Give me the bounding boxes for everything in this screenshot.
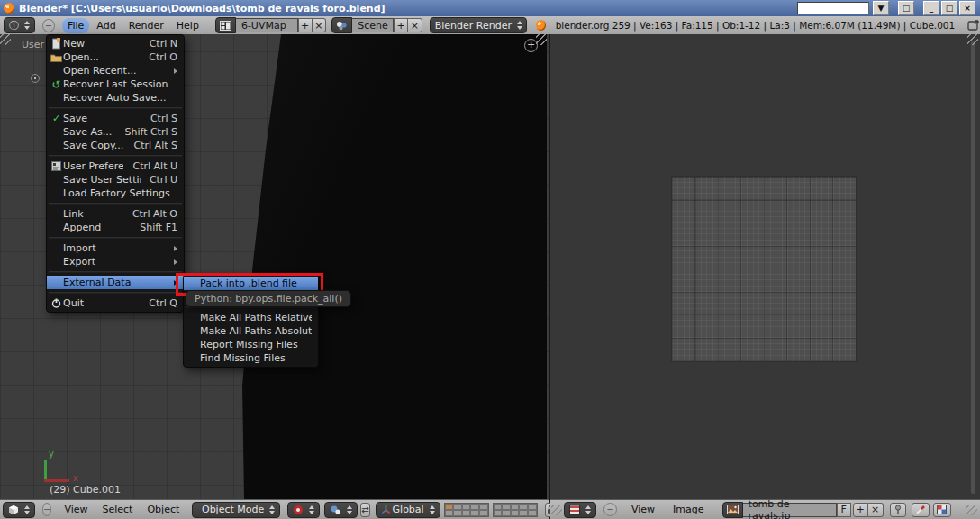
image-paint-button[interactable] bbox=[912, 503, 930, 517]
mode-select[interactable]: Object Mode bbox=[192, 502, 280, 518]
y-axis-label: y bbox=[49, 449, 54, 459]
menu-item-link[interactable]: LinkCtrl Alt O bbox=[47, 207, 184, 221]
menu-item-save-as[interactable]: Save As...Shift Ctrl S bbox=[47, 125, 184, 139]
screen-layout-add-button[interactable]: + bbox=[298, 18, 313, 32]
layer-toggle[interactable] bbox=[494, 510, 503, 516]
remote-toolbar-pin-button[interactable]: □ bbox=[898, 1, 914, 15]
layer-toggle[interactable] bbox=[511, 510, 520, 516]
uv-menu-view[interactable]: View bbox=[626, 502, 660, 517]
menu-item-save-user-settings[interactable]: Save User SettingsCtrl U bbox=[47, 173, 184, 187]
image-new-button[interactable]: + bbox=[853, 503, 868, 517]
screen-layout-name-field[interactable]: 6-UVMap bbox=[236, 18, 298, 32]
viewport-menu-object[interactable]: Object bbox=[141, 502, 185, 517]
layer-toggle[interactable] bbox=[479, 510, 488, 516]
menu-item-save[interactable]: ✓SaveCtrl S bbox=[47, 112, 184, 125]
menu-item-shortcut: Ctrl Alt O bbox=[132, 208, 177, 220]
editor-type-selector-info[interactable]: ⓘ bbox=[4, 17, 35, 33]
image-unlink-button[interactable]: × bbox=[868, 503, 884, 517]
render-engine-select[interactable]: Blender Render bbox=[430, 17, 527, 33]
uv-menu-image[interactable]: Image bbox=[667, 502, 709, 517]
layer-toggle[interactable] bbox=[528, 510, 537, 516]
close-button[interactable]: × bbox=[959, 1, 975, 15]
layer-toggle[interactable] bbox=[470, 510, 479, 516]
menu-item-find-missing-files[interactable]: Find Missing Files bbox=[184, 351, 318, 365]
window-resize-grip-icon[interactable] bbox=[966, 505, 977, 515]
image-name-field[interactable]: tomb de ravals.jp bbox=[743, 503, 837, 517]
menu-item-open-recent[interactable]: Open Recent... bbox=[47, 64, 184, 77]
properties-panel-plus-icon[interactable]: + bbox=[524, 39, 538, 52]
layer-toggle[interactable] bbox=[462, 504, 471, 510]
top-menu-render[interactable]: Render bbox=[123, 18, 169, 33]
layer-toggle[interactable] bbox=[494, 504, 503, 510]
maximize-button[interactable]: □ bbox=[941, 1, 957, 15]
uv-test-grid-image[interactable] bbox=[671, 176, 857, 362]
menu-item-open[interactable]: Open...Ctrl O bbox=[47, 50, 184, 64]
menu-item-save-copy[interactable]: Save Copy...Ctrl Alt S bbox=[47, 139, 184, 152]
top-menu-add[interactable]: Add bbox=[91, 18, 121, 33]
minimize-button[interactable]: _ bbox=[923, 1, 939, 15]
layer-toggle[interactable] bbox=[470, 504, 479, 510]
screen-layout-browse-button[interactable] bbox=[215, 17, 236, 33]
uv-editor-icon bbox=[569, 505, 580, 515]
layer-toggle[interactable] bbox=[453, 504, 462, 510]
window-duplicate-icon[interactable] bbox=[967, 19, 980, 32]
manipulator-toggle-button[interactable]: ⇄ bbox=[360, 503, 369, 517]
layer-toggle[interactable] bbox=[502, 504, 511, 510]
area-corner-grip-icon[interactable] bbox=[0, 34, 11, 45]
menu-item-report-missing-files[interactable]: Report Missing Files bbox=[184, 338, 318, 351]
menu-item-append[interactable]: AppendShift F1 bbox=[47, 221, 184, 234]
menu-item-make-all-paths-relative[interactable]: Make All Paths Relative bbox=[184, 311, 318, 324]
scene-name-field[interactable]: Scene bbox=[352, 18, 394, 32]
layer-toggle[interactable] bbox=[453, 510, 462, 516]
remote-toolbar-dropdown-button[interactable]: ▼ bbox=[873, 1, 889, 15]
scene-browse-button[interactable] bbox=[331, 17, 352, 33]
scene-delete-button[interactable]: × bbox=[408, 18, 422, 32]
viewport-menu-select[interactable]: Select bbox=[97, 502, 139, 517]
menu-item-user-preferences[interactable]: User Preferences...Ctrl Alt U bbox=[47, 159, 184, 173]
menu-item-export[interactable]: Export bbox=[47, 255, 184, 269]
layer-toggle[interactable] bbox=[479, 504, 488, 510]
menu-item-shortcut: Shift F1 bbox=[140, 222, 177, 233]
image-pin-button[interactable] bbox=[890, 503, 906, 517]
image-browse-button[interactable] bbox=[722, 502, 743, 518]
editor-type-selector-uv[interactable] bbox=[564, 502, 596, 518]
menu-item-recover-last-session[interactable]: ↺Recover Last Session bbox=[47, 77, 184, 91]
draw-other-uvs-button[interactable] bbox=[933, 503, 951, 517]
viewport-menu-view[interactable]: View bbox=[59, 502, 93, 517]
recover-icon: ↺ bbox=[50, 78, 63, 91]
menu-item-import[interactable]: Import bbox=[47, 241, 184, 255]
layer-toggle[interactable] bbox=[519, 504, 528, 510]
layer-toggle[interactable] bbox=[519, 510, 528, 516]
area-corner-grip-icon[interactable] bbox=[967, 34, 978, 45]
screen-layout-delete-button[interactable]: × bbox=[313, 18, 327, 32]
menu-item-new[interactable]: NewCtrl N bbox=[47, 37, 184, 50]
scene-add-button[interactable]: + bbox=[394, 18, 408, 32]
menu-item-pack-into-blend-file[interactable]: Pack into .blend file bbox=[184, 277, 318, 290]
layer-toggle[interactable] bbox=[462, 510, 471, 516]
top-menu-help[interactable]: Help bbox=[171, 18, 204, 33]
collapse-menus-button[interactable]: − bbox=[42, 503, 51, 516]
layer-toggle[interactable] bbox=[528, 504, 537, 510]
top-menu-file[interactable]: File bbox=[62, 18, 89, 33]
collapse-menus-button[interactable]: − bbox=[603, 503, 617, 516]
layers-widget[interactable] bbox=[440, 503, 538, 517]
fake-user-button[interactable]: F bbox=[837, 503, 851, 517]
transform-orientation-select[interactable]: Global bbox=[376, 502, 440, 518]
menu-item-quit[interactable]: QuitCtrl Q bbox=[47, 296, 184, 310]
viewport-shading-select[interactable] bbox=[287, 502, 320, 518]
menu-item-external-data[interactable]: External Data bbox=[47, 276, 184, 289]
layer-toggle[interactable] bbox=[511, 504, 520, 510]
pivot-point-select[interactable] bbox=[324, 502, 358, 518]
menu-item-make-all-paths-absolute[interactable]: Make All Paths Absolute bbox=[184, 324, 318, 338]
layer-toggle[interactable] bbox=[445, 510, 454, 516]
menu-item-recover-auto-save[interactable]: Recover Auto Save... bbox=[47, 91, 184, 105]
remote-toolbar-input[interactable] bbox=[797, 2, 869, 14]
editor-type-selector-3d[interactable] bbox=[3, 502, 35, 518]
menu-item-load-factory-settings[interactable]: Load Factory Settings bbox=[47, 187, 184, 200]
layer-toggle[interactable] bbox=[502, 510, 511, 516]
layer-toggle[interactable] bbox=[445, 504, 454, 510]
uv-scrollbar[interactable] bbox=[971, 41, 975, 494]
uv-image-editor-area[interactable]: − ViewImage tomb de ravals.jp F + × bbox=[550, 34, 980, 519]
area-corner-grip-icon[interactable] bbox=[551, 505, 562, 515]
collapse-menus-button[interactable]: − bbox=[42, 19, 55, 32]
